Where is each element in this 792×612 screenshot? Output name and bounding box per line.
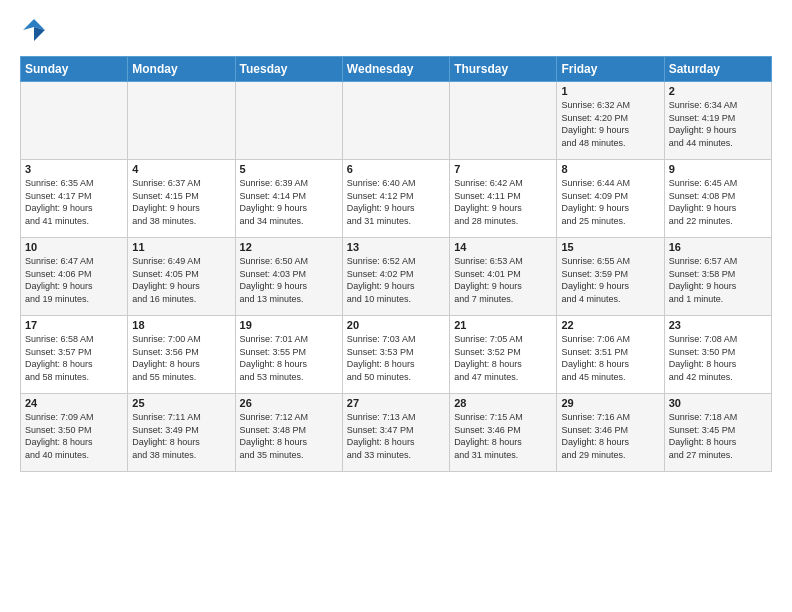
- day-number: 26: [240, 397, 338, 409]
- calendar-header-row: SundayMondayTuesdayWednesdayThursdayFrid…: [21, 57, 772, 82]
- day-number: 4: [132, 163, 230, 175]
- day-info: Sunrise: 7:05 AM Sunset: 3:52 PM Dayligh…: [454, 333, 552, 383]
- day-info: Sunrise: 6:40 AM Sunset: 4:12 PM Dayligh…: [347, 177, 445, 227]
- day-number: 15: [561, 241, 659, 253]
- calendar-cell: 8Sunrise: 6:44 AM Sunset: 4:09 PM Daylig…: [557, 160, 664, 238]
- calendar-cell: 24Sunrise: 7:09 AM Sunset: 3:50 PM Dayli…: [21, 394, 128, 472]
- day-number: 7: [454, 163, 552, 175]
- calendar-cell: 12Sunrise: 6:50 AM Sunset: 4:03 PM Dayli…: [235, 238, 342, 316]
- day-info: Sunrise: 6:35 AM Sunset: 4:17 PM Dayligh…: [25, 177, 123, 227]
- calendar-week-row: 10Sunrise: 6:47 AM Sunset: 4:06 PM Dayli…: [21, 238, 772, 316]
- day-info: Sunrise: 6:50 AM Sunset: 4:03 PM Dayligh…: [240, 255, 338, 305]
- day-number: 10: [25, 241, 123, 253]
- calendar-week-row: 3Sunrise: 6:35 AM Sunset: 4:17 PM Daylig…: [21, 160, 772, 238]
- day-number: 9: [669, 163, 767, 175]
- day-info: Sunrise: 6:47 AM Sunset: 4:06 PM Dayligh…: [25, 255, 123, 305]
- day-number: 2: [669, 85, 767, 97]
- day-number: 11: [132, 241, 230, 253]
- day-info: Sunrise: 6:55 AM Sunset: 3:59 PM Dayligh…: [561, 255, 659, 305]
- day-number: 13: [347, 241, 445, 253]
- day-number: 17: [25, 319, 123, 331]
- calendar-cell: 26Sunrise: 7:12 AM Sunset: 3:48 PM Dayli…: [235, 394, 342, 472]
- calendar-week-row: 17Sunrise: 6:58 AM Sunset: 3:57 PM Dayli…: [21, 316, 772, 394]
- calendar-cell: 22Sunrise: 7:06 AM Sunset: 3:51 PM Dayli…: [557, 316, 664, 394]
- calendar-cell: 13Sunrise: 6:52 AM Sunset: 4:02 PM Dayli…: [342, 238, 449, 316]
- day-info: Sunrise: 6:39 AM Sunset: 4:14 PM Dayligh…: [240, 177, 338, 227]
- calendar-cell: [21, 82, 128, 160]
- day-number: 3: [25, 163, 123, 175]
- calendar-week-row: 24Sunrise: 7:09 AM Sunset: 3:50 PM Dayli…: [21, 394, 772, 472]
- day-info: Sunrise: 6:32 AM Sunset: 4:20 PM Dayligh…: [561, 99, 659, 149]
- calendar-cell: 21Sunrise: 7:05 AM Sunset: 3:52 PM Dayli…: [450, 316, 557, 394]
- day-number: 29: [561, 397, 659, 409]
- day-number: 21: [454, 319, 552, 331]
- day-number: 22: [561, 319, 659, 331]
- day-number: 19: [240, 319, 338, 331]
- logo-icon: [20, 16, 48, 44]
- calendar-cell: 25Sunrise: 7:11 AM Sunset: 3:49 PM Dayli…: [128, 394, 235, 472]
- day-number: 28: [454, 397, 552, 409]
- calendar-week-row: 1Sunrise: 6:32 AM Sunset: 4:20 PM Daylig…: [21, 82, 772, 160]
- day-info: Sunrise: 6:49 AM Sunset: 4:05 PM Dayligh…: [132, 255, 230, 305]
- calendar-cell: 10Sunrise: 6:47 AM Sunset: 4:06 PM Dayli…: [21, 238, 128, 316]
- weekday-header-monday: Monday: [128, 57, 235, 82]
- calendar-cell: 1Sunrise: 6:32 AM Sunset: 4:20 PM Daylig…: [557, 82, 664, 160]
- calendar-cell: 30Sunrise: 7:18 AM Sunset: 3:45 PM Dayli…: [664, 394, 771, 472]
- day-info: Sunrise: 7:09 AM Sunset: 3:50 PM Dayligh…: [25, 411, 123, 461]
- day-number: 24: [25, 397, 123, 409]
- day-number: 5: [240, 163, 338, 175]
- day-info: Sunrise: 6:34 AM Sunset: 4:19 PM Dayligh…: [669, 99, 767, 149]
- calendar-cell: 19Sunrise: 7:01 AM Sunset: 3:55 PM Dayli…: [235, 316, 342, 394]
- calendar-cell: 23Sunrise: 7:08 AM Sunset: 3:50 PM Dayli…: [664, 316, 771, 394]
- calendar-cell: 5Sunrise: 6:39 AM Sunset: 4:14 PM Daylig…: [235, 160, 342, 238]
- day-number: 27: [347, 397, 445, 409]
- day-info: Sunrise: 7:01 AM Sunset: 3:55 PM Dayligh…: [240, 333, 338, 383]
- day-number: 14: [454, 241, 552, 253]
- day-info: Sunrise: 6:44 AM Sunset: 4:09 PM Dayligh…: [561, 177, 659, 227]
- calendar-cell: [235, 82, 342, 160]
- day-info: Sunrise: 7:08 AM Sunset: 3:50 PM Dayligh…: [669, 333, 767, 383]
- calendar-cell: 6Sunrise: 6:40 AM Sunset: 4:12 PM Daylig…: [342, 160, 449, 238]
- calendar-cell: 29Sunrise: 7:16 AM Sunset: 3:46 PM Dayli…: [557, 394, 664, 472]
- calendar-cell: 7Sunrise: 6:42 AM Sunset: 4:11 PM Daylig…: [450, 160, 557, 238]
- day-info: Sunrise: 6:45 AM Sunset: 4:08 PM Dayligh…: [669, 177, 767, 227]
- calendar-cell: 18Sunrise: 7:00 AM Sunset: 3:56 PM Dayli…: [128, 316, 235, 394]
- calendar-cell: 15Sunrise: 6:55 AM Sunset: 3:59 PM Dayli…: [557, 238, 664, 316]
- day-number: 23: [669, 319, 767, 331]
- calendar-cell: 28Sunrise: 7:15 AM Sunset: 3:46 PM Dayli…: [450, 394, 557, 472]
- calendar-cell: 9Sunrise: 6:45 AM Sunset: 4:08 PM Daylig…: [664, 160, 771, 238]
- day-info: Sunrise: 6:53 AM Sunset: 4:01 PM Dayligh…: [454, 255, 552, 305]
- day-number: 30: [669, 397, 767, 409]
- day-info: Sunrise: 7:18 AM Sunset: 3:45 PM Dayligh…: [669, 411, 767, 461]
- day-info: Sunrise: 7:16 AM Sunset: 3:46 PM Dayligh…: [561, 411, 659, 461]
- day-number: 6: [347, 163, 445, 175]
- calendar-cell: 27Sunrise: 7:13 AM Sunset: 3:47 PM Dayli…: [342, 394, 449, 472]
- calendar-cell: 2Sunrise: 6:34 AM Sunset: 4:19 PM Daylig…: [664, 82, 771, 160]
- day-number: 8: [561, 163, 659, 175]
- weekday-header-friday: Friday: [557, 57, 664, 82]
- calendar-cell: 3Sunrise: 6:35 AM Sunset: 4:17 PM Daylig…: [21, 160, 128, 238]
- day-info: Sunrise: 7:11 AM Sunset: 3:49 PM Dayligh…: [132, 411, 230, 461]
- day-info: Sunrise: 7:03 AM Sunset: 3:53 PM Dayligh…: [347, 333, 445, 383]
- calendar-cell: 16Sunrise: 6:57 AM Sunset: 3:58 PM Dayli…: [664, 238, 771, 316]
- day-info: Sunrise: 6:57 AM Sunset: 3:58 PM Dayligh…: [669, 255, 767, 305]
- day-number: 25: [132, 397, 230, 409]
- page-header: [20, 16, 772, 44]
- logo: [20, 16, 52, 44]
- day-number: 1: [561, 85, 659, 97]
- weekday-header-wednesday: Wednesday: [342, 57, 449, 82]
- day-info: Sunrise: 7:15 AM Sunset: 3:46 PM Dayligh…: [454, 411, 552, 461]
- day-info: Sunrise: 6:42 AM Sunset: 4:11 PM Dayligh…: [454, 177, 552, 227]
- day-info: Sunrise: 7:13 AM Sunset: 3:47 PM Dayligh…: [347, 411, 445, 461]
- calendar-cell: [128, 82, 235, 160]
- calendar-cell: 20Sunrise: 7:03 AM Sunset: 3:53 PM Dayli…: [342, 316, 449, 394]
- day-number: 20: [347, 319, 445, 331]
- day-number: 12: [240, 241, 338, 253]
- day-info: Sunrise: 7:12 AM Sunset: 3:48 PM Dayligh…: [240, 411, 338, 461]
- calendar-table: SundayMondayTuesdayWednesdayThursdayFrid…: [20, 56, 772, 472]
- calendar-cell: 17Sunrise: 6:58 AM Sunset: 3:57 PM Dayli…: [21, 316, 128, 394]
- weekday-header-sunday: Sunday: [21, 57, 128, 82]
- weekday-header-thursday: Thursday: [450, 57, 557, 82]
- calendar-cell: 4Sunrise: 6:37 AM Sunset: 4:15 PM Daylig…: [128, 160, 235, 238]
- weekday-header-tuesday: Tuesday: [235, 57, 342, 82]
